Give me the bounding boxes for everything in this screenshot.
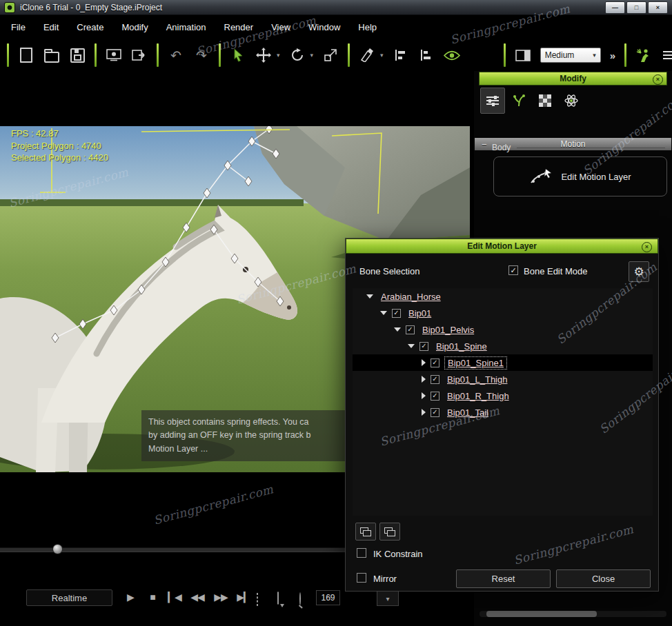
dialog-title-bar[interactable]: Edit Motion Layer × (346, 239, 658, 254)
reset-button[interactable]: Reset (456, 569, 551, 588)
toolbar-overflow-button[interactable]: » (610, 50, 615, 61)
bone-checkbox[interactable]: ✓ (419, 342, 428, 351)
bone-checkbox[interactable]: ✓ (431, 408, 439, 417)
comment-button[interactable] (277, 592, 279, 605)
menu-view[interactable]: View (271, 22, 290, 32)
mirror-checkbox[interactable] (357, 573, 366, 583)
menu-help[interactable]: Help (358, 22, 377, 32)
frame-counter[interactable]: 169 (316, 590, 340, 605)
align-left-button[interactable] (393, 47, 409, 63)
expand-arrow-icon[interactable] (422, 392, 426, 399)
move-tool-dropdown[interactable]: ▾ (277, 52, 280, 59)
expand-arrow-icon[interactable] (422, 359, 426, 366)
export-button[interactable] (131, 47, 148, 63)
select-tool-button[interactable] (230, 47, 246, 63)
edit-motion-layer-button[interactable]: Edit Motion Layer (493, 156, 667, 196)
panel-layout-button[interactable] (515, 47, 531, 63)
tree-item-Arabian_Horse[interactable]: Arabian_Horse (353, 288, 653, 305)
bone-label[interactable]: Bip01_Tail (444, 407, 491, 418)
bone-checkbox[interactable]: ✓ (431, 392, 439, 401)
menu-edit[interactable]: Edit (43, 22, 59, 32)
rotate-tool-button[interactable] (289, 47, 306, 63)
collapse-arrow-icon[interactable] (408, 344, 415, 348)
tree-item-Bip01[interactable]: ✓Bip01 (353, 305, 653, 321)
bone-label[interactable]: Bip01_Spine (433, 341, 490, 352)
collapse-section-icon[interactable]: − (482, 139, 487, 150)
skip-to-start-button[interactable]: ▎◀ (166, 592, 184, 602)
new-project-button[interactable] (18, 47, 34, 63)
rotate-tool-dropdown[interactable]: ▾ (310, 52, 314, 59)
timeline-options-dropdown[interactable]: ▾ (377, 591, 399, 606)
expand-arrow-icon[interactable] (422, 376, 426, 383)
menu-file[interactable]: File (11, 22, 26, 32)
bone-label[interactable]: Bip01_Spine1 (444, 356, 507, 370)
visibility-toggle-button[interactable] (444, 47, 460, 63)
bone-edit-mode-checkbox[interactable]: ✓ (508, 265, 518, 275)
menu-render[interactable]: Render (224, 22, 254, 32)
collapse-arrow-icon[interactable] (394, 327, 401, 332)
open-project-button[interactable] (43, 47, 60, 63)
close-dialog-button[interactable]: Close (556, 569, 651, 588)
clipped-toolbar-button[interactable] (661, 47, 672, 63)
panel-horizontal-scrollbar[interactable] (480, 611, 666, 617)
undo-button[interactable]: ↶ (168, 47, 184, 63)
tree-item-Bip01_R_Thigh[interactable]: ✓Bip01_R_Thigh (353, 387, 653, 404)
tree-item-Bip01_L_Thigh[interactable]: ✓Bip01_L_Thigh (353, 371, 653, 387)
bone-label[interactable]: Bip01 (406, 307, 434, 319)
menu-animation[interactable]: Animation (166, 22, 206, 32)
fast-forward-button[interactable]: ▶▶ (211, 592, 230, 602)
ik-constrain-checkbox[interactable] (357, 548, 366, 558)
collapse-all-button[interactable] (379, 523, 400, 541)
bone-checkbox[interactable]: ✓ (431, 359, 439, 367)
bone-checkbox[interactable]: ✓ (406, 325, 415, 334)
loop-range-button[interactable] (257, 594, 258, 606)
minimize-button[interactable]: — (605, 1, 625, 14)
bone-label[interactable]: Bip01_R_Thigh (444, 390, 512, 402)
preview-capture-button[interactable] (106, 47, 122, 63)
tab-modify-settings[interactable] (480, 88, 505, 114)
move-tool-button[interactable] (255, 47, 272, 63)
align-center-button[interactable] (418, 47, 435, 63)
bone-label[interactable]: Arabian_Horse (378, 291, 444, 303)
menu-window[interactable]: Window (308, 22, 340, 32)
motion-puppet-button[interactable] (635, 47, 652, 63)
panel-close-icon[interactable]: × (653, 74, 663, 85)
play-button[interactable]: ▶ (123, 592, 138, 602)
tree-item-Bip01_Spine[interactable]: ✓Bip01_Spine (353, 338, 653, 354)
bone-checkbox[interactable]: ✓ (431, 375, 439, 384)
realtime-button[interactable]: Realtime (26, 589, 112, 606)
keyframe-button[interactable] (299, 593, 301, 605)
collapse-arrow-icon[interactable] (366, 294, 373, 299)
expand-all-button[interactable] (355, 523, 376, 541)
tree-item-Bip01_Tail[interactable]: ✓Bip01_Tail (353, 404, 653, 421)
bone-label[interactable]: Bip01_Pelvis (419, 324, 477, 336)
modify-panel-header[interactable]: Modify × (479, 72, 667, 85)
export-icon (132, 49, 147, 61)
maximize-button[interactable]: □ (626, 1, 646, 14)
close-button[interactable]: × (648, 1, 668, 14)
save-project-button[interactable] (69, 47, 86, 63)
tab-animation[interactable] (506, 88, 531, 114)
scale-tool-button[interactable] (322, 47, 339, 63)
scrollbar-thumb[interactable] (486, 611, 597, 617)
tree-item-Bip01_Pelvis[interactable]: ✓Bip01_Pelvis (353, 321, 653, 338)
menu-modify[interactable]: Modify (121, 22, 148, 32)
render-quality-dropdown[interactable]: Medium ▾ (540, 48, 601, 63)
bone-checkbox[interactable]: ✓ (392, 309, 401, 318)
dialog-close-icon[interactable]: × (642, 242, 652, 252)
tree-item-Bip01_Spine1[interactable]: ✓Bip01_Spine1 (353, 354, 653, 371)
link-tool-button[interactable] (359, 47, 375, 63)
tab-physics[interactable] (559, 88, 584, 114)
stop-button[interactable]: ■ (145, 592, 160, 602)
redo-button[interactable]: ↷ (193, 47, 210, 63)
tab-material[interactable] (533, 88, 557, 114)
rewind-button[interactable]: ◀◀ (188, 592, 207, 602)
collapse-arrow-icon[interactable] (380, 311, 387, 315)
timeline-slider-knob[interactable] (52, 544, 63, 554)
skip-to-end-button[interactable]: ▶▎ (235, 592, 253, 602)
link-tool-dropdown[interactable]: ▾ (380, 52, 384, 59)
menu-create[interactable]: Create (77, 22, 103, 32)
expand-arrow-icon[interactable] (422, 409, 426, 416)
bone-label[interactable]: Bip01_L_Thigh (444, 374, 510, 385)
bone-settings-button[interactable]: ⚙ (629, 261, 649, 282)
